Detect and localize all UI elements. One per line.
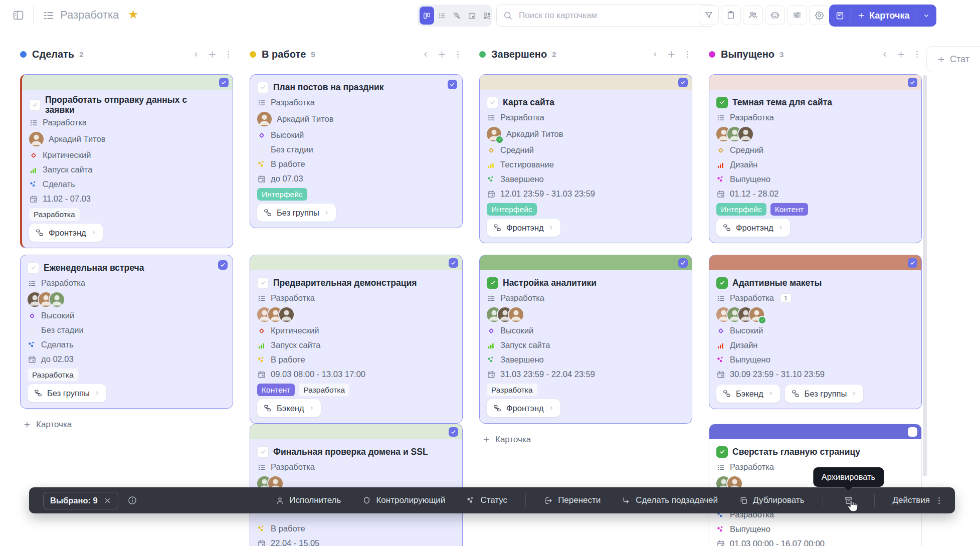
task-checkbox[interactable] [257,446,269,458]
priority-icon [29,151,38,160]
add-status-button[interactable]: Стат [926,46,980,72]
card-select-checkbox[interactable] [908,427,917,437]
avatar [509,307,523,322]
card-layout-button[interactable] [829,5,851,27]
column-collapse-button[interactable] [421,50,431,59]
card[interactable]: Карта сайта Разработка Аркадий Титов Сре… [479,74,692,243]
task-checkbox[interactable] [487,97,498,108]
sidebar-toggle-button[interactable] [9,6,27,24]
card-select-checkbox[interactable] [908,258,917,268]
view-tab-list-view[interactable] [435,7,449,25]
column-menu-button[interactable] [453,50,463,59]
column-collapse-button[interactable] [880,50,890,59]
view-tab-grid-view[interactable] [480,7,494,25]
card-select-checkbox[interactable] [449,258,458,268]
chevron-right-icon [851,391,857,397]
info-icon[interactable] [127,495,137,505]
avatar [29,132,44,146]
column-collapse-button[interactable] [651,50,660,59]
card-assignee-row: Аркадий Титов [487,126,685,141]
card[interactable]: План постов на праздник Разработка Аркад… [250,74,463,228]
gear-button[interactable] [809,5,829,25]
card[interactable]: Финальная проверка домена и SSL Разработ… [250,424,463,546]
card[interactable]: Настройка аналитики Разработка Высокий З… [479,255,692,424]
card-status-row: В работе [257,521,455,536]
bulk-action-shield[interactable]: Контролирующий [359,495,448,506]
board-scrollbar[interactable] [923,75,927,476]
group-button[interactable]: Без группы [28,384,106,402]
group-button[interactable]: Фронтэнд [29,224,103,242]
group-button[interactable]: Бэкенд [716,385,780,403]
branch-icon [722,223,731,232]
add-card-dropdown-button[interactable] [916,5,936,27]
card-title: Настройка аналитики [503,278,597,288]
close-icon[interactable] [104,497,111,504]
column-collapse-button[interactable] [191,50,201,59]
group-button[interactable]: Фронтэнд [487,219,560,237]
branch-icon [493,223,502,232]
task-checkbox[interactable] [257,82,269,93]
bulk-action-status[interactable]: Статус [463,495,510,506]
view-tab-kanban-view[interactable] [420,7,434,25]
filter-button[interactable] [699,5,719,25]
card-select-checkbox[interactable] [219,78,229,87]
project-icon [716,113,725,122]
column-add-card-button[interactable] [437,50,447,59]
check-icon [719,99,726,106]
card-select-checkbox[interactable] [908,78,917,87]
task-checkbox[interactable] [487,277,498,289]
task-checkbox[interactable] [29,99,41,111]
search-box[interactable] [496,5,715,27]
branch-icon [791,389,800,398]
column-menu-button[interactable] [224,50,233,59]
column-add-card-button[interactable] [896,50,906,59]
card[interactable]: Адаптивные макеты Разработка 1 Высокий Д… [709,255,922,409]
add-card-in-column-button[interactable]: Карточка [482,435,531,445]
priority-icon [257,326,266,335]
column-add-card-button[interactable] [208,50,217,59]
chevron-right-icon [324,210,330,216]
group-button[interactable]: Без группы [257,204,336,222]
task-checkbox[interactable] [257,277,269,289]
card-title: Предварительная демонстрация [273,278,417,288]
bulk-action-subtask[interactable]: Сделать подзадачей [619,495,721,506]
clipboard-button[interactable] [721,5,741,25]
bot-button[interactable] [765,5,785,25]
task-checkbox[interactable] [28,262,39,274]
bulk-action-move[interactable]: Перенести [541,495,604,506]
group-button[interactable]: Бэкенд [257,399,321,417]
tag: Контент [770,203,808,216]
task-checkbox[interactable] [716,446,728,458]
add-card-button[interactable]: Карточка [851,5,916,27]
card-select-checkbox[interactable] [678,78,688,87]
bulk-action-person[interactable]: Исполнитель [272,495,344,506]
bulk-action-duplicate[interactable]: Дублировать [736,495,807,506]
group-button[interactable]: Фронтэнд [487,399,560,417]
view-tab-calendar-view[interactable] [465,7,479,25]
view-tab-gantt-view[interactable] [450,7,464,25]
search-input[interactable] [518,10,708,21]
card-avatars-row [716,307,914,322]
card-select-checkbox[interactable] [678,258,688,268]
card-select-checkbox[interactable] [449,427,458,437]
sliders-button[interactable] [787,5,807,25]
add-card-in-column-button[interactable]: Карточка [23,420,72,430]
card[interactable]: Предварительная демонстрация Разработка … [250,255,463,424]
bulk-action-actions[interactable]: Действия [890,495,947,506]
group-button[interactable]: Фронтэнд [716,219,790,237]
column-add-card-button[interactable] [667,50,676,59]
card[interactable]: Проработать отправку данных с заявки Раз… [20,74,233,248]
group-button[interactable]: Без группы [785,385,864,403]
card[interactable]: Темная тема для сайта Разработка Средний… [709,74,922,243]
archive-button[interactable]: Архивировать [838,490,859,511]
priority-icon [716,146,725,155]
members-button[interactable] [743,5,763,25]
date-icon [28,355,37,364]
column-menu-button[interactable] [912,50,922,59]
task-checkbox[interactable] [716,277,728,289]
task-checkbox[interactable] [716,97,728,108]
card[interactable]: Еженедельная встреча Разработка Высокий … [20,255,233,409]
favorite-star-icon[interactable]: ★ [128,8,139,22]
column-menu-button[interactable] [683,50,692,59]
check-icon [680,260,686,266]
